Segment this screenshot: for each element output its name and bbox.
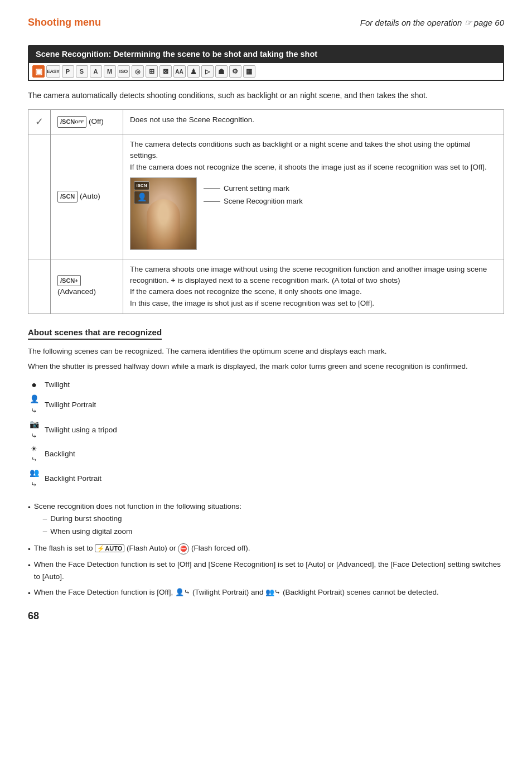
bullet-dot: • [28, 587, 31, 600]
s-mode-icon: S [76, 65, 88, 78]
current-setting-label-row: Current setting mark [204, 183, 303, 194]
flash-off-icon: ⛔ [178, 543, 189, 555]
about-title: About scenes that are recognized [28, 327, 162, 340]
easy-mode-icon: EASY [46, 65, 60, 78]
twilight-portrait-label: Twilight Portrait [45, 399, 96, 411]
scene-recog-mark: 👤 [134, 191, 149, 204]
aa-mode-icon: AA [173, 65, 186, 78]
current-setting-label: Current setting mark [224, 183, 289, 194]
scene-labels: Current setting mark Scene Recognition m… [204, 183, 303, 207]
bullet-text: When the Face Detection function is set … [34, 558, 504, 582]
bullet-item: • When the Face Detection function is se… [28, 558, 504, 582]
page-ref-text: For details on the operation ☞ page 60 [360, 18, 504, 27]
bullet-dot: • [28, 543, 31, 556]
bullet-dot: • [28, 502, 31, 514]
option-label-adv: (Advanced) [57, 287, 96, 296]
list-item: 📷⤷ Twilight using a tripod [28, 418, 504, 442]
bullet-text: The flash is set to ⚡AUTO (Flash Auto) o… [34, 542, 504, 555]
iscn-auto-badge: iSCN [57, 191, 78, 202]
option-icon-cell-auto: iSCN (Auto) [51, 134, 123, 259]
option-desc-auto: The camera detects conditions such as ba… [123, 134, 504, 259]
iscn-off-badge: iSCNOFF [57, 116, 86, 128]
option-icon-cell: iSCNOFF (Off) [51, 110, 123, 134]
scene-photo: iSCN 👤 [130, 177, 197, 250]
bullet-item: • When the Face Detection function is [O… [28, 586, 504, 600]
scene-recog-line [204, 201, 220, 202]
table-row: ✓ iSCNOFF (Off) Does not use the Scene R… [28, 110, 504, 134]
iscn-overlay-top: iSCN [134, 181, 149, 190]
list-item: 👤⤷ Twilight Portrait [28, 393, 504, 417]
person-silhouette [147, 199, 180, 249]
special-mode-icon: ☗ [215, 65, 228, 78]
scene-photo-overlay: iSCN 👤 [134, 181, 149, 204]
sub-bullet: – When using digital zoom [43, 525, 504, 538]
section-title: Shooting menu [28, 17, 101, 28]
backlight-portrait-icon: 👥⤷ [28, 467, 40, 490]
ref-icon: ☞ [465, 18, 472, 27]
bullets-section: • Scene recognition does not function in… [28, 500, 504, 599]
twilight-label: Twilight [45, 379, 70, 390]
settings-mode-icon: ⚙ [229, 65, 241, 78]
grid-mode-icon: ⊞ [146, 65, 158, 78]
check-cell-auto [28, 134, 51, 259]
twilight-icon: ● [28, 378, 40, 392]
list-item: ☀⤷ Backlight [28, 443, 504, 465]
flash-auto-badge: ⚡AUTO [95, 544, 124, 552]
current-setting-line [204, 188, 220, 189]
iscn-adv-badge: iSCN+ [57, 275, 81, 287]
list-item: ● Twilight [28, 378, 504, 392]
scene-list: ● Twilight 👤⤷ Twilight Portrait 📷⤷ Twili… [28, 378, 504, 490]
option-desc-off: Does not use the Scene Recognition. [123, 110, 504, 134]
sub-bullet: – During burst shooting [43, 513, 504, 525]
scene-mode-icon: ◎ [132, 65, 144, 78]
about-intro1: The following scenes can be recognized. … [28, 345, 504, 358]
a-mode-icon: A [90, 65, 102, 78]
page-header: Shooting menu For details on the operati… [28, 17, 504, 28]
bullet-item: • The flash is set to ⚡AUTO (Flash Auto)… [28, 542, 504, 556]
backlight-portrait-label: Backlight Portrait [45, 473, 101, 484]
bullet-item: • Scene recognition does not function in… [28, 500, 504, 539]
backlight-icon: ☀⤷ [28, 443, 40, 465]
twilight-tripod-label: Twilight using a tripod [45, 425, 117, 436]
table-row: iSCN+ (Advanced) The camera shoots one i… [28, 259, 504, 314]
backlight-portrait-inline-icon: 👥⤷ [265, 588, 280, 596]
check-cell: ✓ [28, 110, 51, 134]
about-intro2: When the shutter is pressed halfway down… [28, 360, 504, 373]
video-mode-icon: ▷ [201, 65, 214, 78]
scene-image-area: iSCN 👤 Current setting ma [130, 177, 497, 250]
portrait-mode-icon: ♟ [187, 65, 200, 78]
p-mode-icon: P [62, 65, 74, 78]
mode-icon-bar: ▣ EASY P S A M ISO ◎ ⊞ ⊠ AA ♟ ▷ ☗ ⚙ ▦ [28, 63, 504, 81]
check-cell-adv [28, 259, 51, 314]
iso-mode-icon: ISO [118, 65, 130, 78]
bullet-dot: • [28, 560, 31, 572]
bullet-text: Scene recognition does not function in t… [34, 500, 504, 539]
page-number: 68 [28, 610, 504, 622]
checkmark: ✓ [35, 116, 43, 127]
camera-mode-icon: ▣ [32, 65, 45, 78]
scene-banner: Scene Recognition: Determining the scene… [28, 45, 504, 63]
intro-paragraph: The camera automatically detects shootin… [28, 90, 504, 102]
option-icon-cell-adv: iSCN+ (Advanced) [51, 259, 123, 314]
scene-recog-label: Scene Recognition mark [224, 196, 303, 207]
scene-photo-bg: iSCN 👤 [130, 178, 196, 249]
table-row: iSCN (Auto) The camera detects condition… [28, 134, 504, 259]
twilight-portrait-inline-icon: 👤⤷ [175, 588, 190, 596]
option-label-auto: (Auto) [80, 192, 100, 200]
about-section: About scenes that are recognized The fol… [28, 327, 504, 490]
options-table: ✓ iSCNOFF (Off) Does not use the Scene R… [28, 109, 504, 314]
bullet-text: When the Face Detection function is [Off… [34, 586, 504, 599]
twilight-portrait-icon: 👤⤷ [28, 393, 40, 417]
grid2-mode-icon: ▦ [243, 65, 255, 78]
scene-recog-label-row: Scene Recognition mark [204, 196, 303, 207]
page-reference: For details on the operation ☞ page 60 [360, 18, 504, 28]
m-mode-icon: M [104, 65, 116, 78]
option-desc-adv: The camera shoots one image without usin… [123, 259, 504, 314]
twilight-tripod-icon: 📷⤷ [28, 418, 40, 442]
backlight-label: Backlight [45, 449, 75, 460]
panorama-mode-icon: ⊠ [159, 65, 172, 78]
list-item: 👥⤷ Backlight Portrait [28, 467, 504, 490]
option-label-off: (Off) [89, 117, 104, 126]
